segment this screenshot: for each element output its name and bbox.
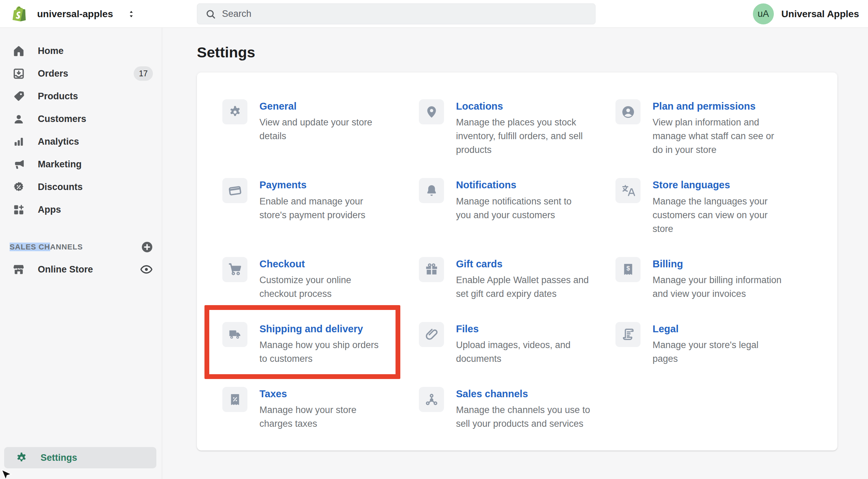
shipping-and-delivery-link[interactable]: Shipping and delivery [259,323,363,335]
search-bar[interactable] [197,3,596,24]
mouse-cursor [1,469,14,479]
sidebar-nav: Home Orders 17 Products Customers Analyt… [0,28,162,221]
location-pin-icon [419,99,444,124]
gift-icon [419,257,444,282]
account-name: Universal Apples [781,9,859,20]
store-name: universal-apples [37,9,113,20]
eye-icon [140,263,153,276]
sidebar-item-orders[interactable]: Orders 17 [0,62,162,85]
person-circle-icon [615,99,641,124]
page-title: Settings [197,45,868,60]
settings-tile-taxes: Taxes Manage how your store charges taxe… [222,387,419,431]
taxes-link[interactable]: Taxes [259,388,287,400]
settings-tile-billing: $ Billing Manage your billing informatio… [615,257,812,301]
share-nodes-icon [419,387,444,412]
orders-count-badge: 17 [134,66,153,81]
sidebar-item-analytics[interactable]: Analytics [0,130,162,153]
sidebar-item-settings[interactable]: Settings [4,447,156,468]
locations-link[interactable]: Locations [456,100,503,112]
gear-icon [222,99,247,124]
main-content: Settings General View and update your st… [162,28,868,479]
settings-tile-notifications: Notifications Manage notifications sent … [419,178,615,235]
apps-grid-icon [12,203,25,216]
sales-channels-link[interactable]: Sales channels [456,388,528,400]
tax-receipt-icon [222,387,247,412]
sidebar-item-home[interactable]: Home [0,40,162,62]
chart-bars-icon [12,135,25,148]
sidebar: Home Orders 17 Products Customers Analyt… [0,28,162,479]
receipt-dollar-icon: $ [615,257,641,282]
gear-icon [15,452,28,464]
store-languages-link[interactable]: Store languages [653,179,730,191]
truck-icon [222,322,247,347]
legal-link[interactable]: Legal [653,323,679,335]
bell-icon [419,178,444,203]
sidebar-item-label: Online Store [38,264,93,275]
view-store-eye-button[interactable] [140,263,153,276]
sales-channels-header: SALES CHANNELS [0,240,162,255]
legal-scroll-icon [615,322,641,347]
sidebar-item-products[interactable]: Products [0,85,162,108]
general-link[interactable]: General [259,100,297,112]
search-icon [205,8,216,20]
files-link[interactable]: Files [456,323,479,335]
notifications-link[interactable]: Notifications [456,179,516,191]
sidebar-item-discounts[interactable]: Discounts [0,176,162,198]
storefront-icon [12,263,25,276]
add-sales-channel-button[interactable] [141,241,154,254]
store-switcher[interactable]: universal-apples [10,0,136,28]
home-icon [12,45,25,57]
avatar: uA [753,3,774,24]
topbar: universal-apples uA Universal Apples [0,0,868,28]
payments-link[interactable]: Payments [259,179,307,191]
text-selection: SALES CH [10,243,50,251]
chevron-updown-icon [126,8,136,20]
paperclip-icon [419,322,444,347]
credit-card-icon [222,178,247,203]
sidebar-item-customers[interactable]: Customers [0,108,162,130]
tag-icon [12,90,25,103]
sidebar-item-apps[interactable]: Apps [0,198,162,221]
search-input[interactable] [222,9,588,19]
settings-tile-sales-channels: Sales channels Manage the channels you u… [419,387,615,431]
settings-tile-legal: Legal Manage your store's legal pages [615,322,812,366]
settings-tile-shipping-and-delivery: Shipping and delivery Manage how you shi… [222,322,419,366]
settings-tile-payments: Payments Enable and manage your store's … [222,178,419,235]
settings-tile-store-languages: Store languages Manage the languages you… [615,178,812,235]
billing-link[interactable]: Billing [653,258,683,270]
sidebar-item-label: Settings [41,453,77,463]
checkout-link[interactable]: Checkout [259,258,305,270]
shopify-logo-icon [10,4,29,24]
megaphone-icon [12,158,25,171]
plus-circle-icon [141,241,154,254]
orders-icon [12,67,25,80]
sales-channels-title: SALES CHANNELS [10,243,83,252]
settings-tile-plan-and-permissions: Plan and permissions View plan informati… [615,99,812,157]
discount-badge-icon [12,181,25,193]
settings-card: General View and update your store detai… [197,73,837,450]
settings-tile-gift-cards: Gift cards Enable Apple Wallet passes an… [419,257,615,301]
account-menu[interactable]: uA Universal Apples [753,0,859,28]
settings-tile-locations: Locations Manage the places you stock in… [419,99,615,157]
settings-tile-checkout: Checkout Customize your online checkout … [222,257,419,301]
settings-tile-files: Files Upload images, videos, and documen… [419,322,615,366]
settings-grid: General View and update your store detai… [222,99,812,431]
sidebar-item-marketing[interactable]: Marketing [0,153,162,176]
cart-icon [222,257,247,282]
settings-tile-general: General View and update your store detai… [222,99,419,157]
sidebar-item-online-store[interactable]: Online Store [0,258,162,281]
plan-and-permissions-link[interactable]: Plan and permissions [653,100,756,112]
translate-icon [615,178,641,203]
person-icon [12,113,25,125]
gift-cards-link[interactable]: Gift cards [456,258,502,270]
svg-text:$: $ [626,265,630,272]
